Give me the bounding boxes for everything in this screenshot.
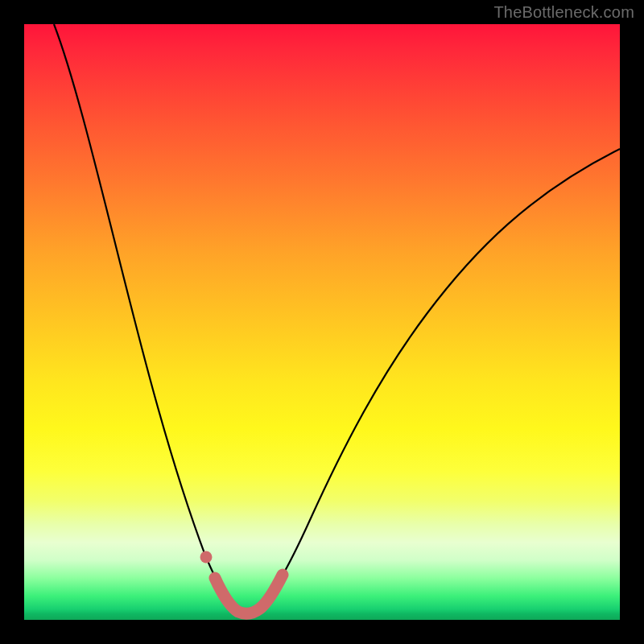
optimal-highlight-segment [215,575,283,613]
bottleneck-curve [54,24,620,613]
plot-area [24,24,620,620]
watermark-text: TheBottleneck.com [493,3,634,22]
curve-layer [24,24,620,620]
chart-frame: TheBottleneck.com [0,0,644,644]
optimal-highlight-dot [200,551,213,564]
